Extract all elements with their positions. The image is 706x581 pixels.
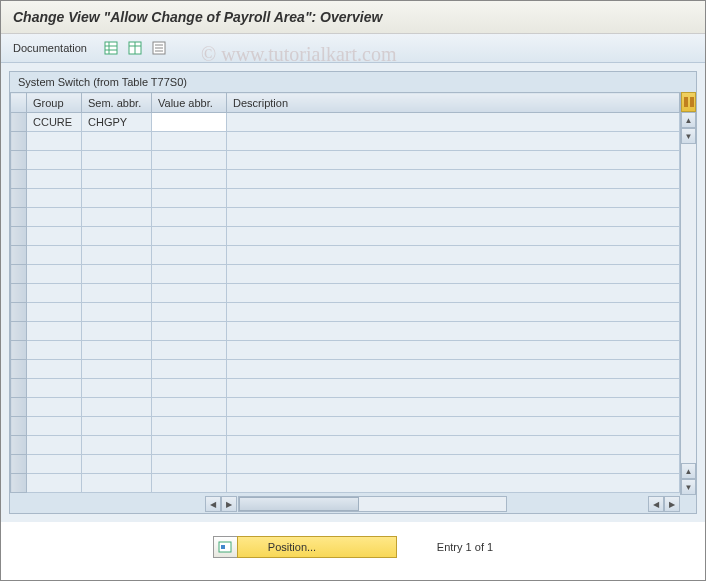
cell-description[interactable] <box>227 398 680 417</box>
row-selector[interactable] <box>11 474 27 493</box>
cell-group[interactable] <box>27 398 82 417</box>
cell-sem-abbr[interactable] <box>82 360 152 379</box>
row-selector[interactable] <box>11 303 27 322</box>
cell-group[interactable]: CCURE <box>27 113 82 132</box>
row-selector[interactable] <box>11 208 27 227</box>
cell-sem-abbr[interactable] <box>82 455 152 474</box>
cell-description[interactable] <box>227 208 680 227</box>
row-selector[interactable] <box>11 189 27 208</box>
scroll-left-end-button[interactable]: ◀ <box>648 496 664 512</box>
cell-description[interactable] <box>227 227 680 246</box>
cell-value-abbr[interactable] <box>152 436 227 455</box>
cell-value-abbr[interactable] <box>152 379 227 398</box>
cell-sem-abbr[interactable] <box>82 227 152 246</box>
cell-group[interactable] <box>27 474 82 493</box>
row-selector[interactable] <box>11 227 27 246</box>
cell-sem-abbr[interactable] <box>82 474 152 493</box>
cell-value-abbr[interactable] <box>152 474 227 493</box>
cell-sem-abbr[interactable] <box>82 436 152 455</box>
cell-description[interactable] <box>227 113 680 132</box>
cell-group[interactable] <box>27 455 82 474</box>
cell-description[interactable] <box>227 151 680 170</box>
row-selector[interactable] <box>11 265 27 284</box>
cell-value-abbr[interactable] <box>152 284 227 303</box>
column-header-sem-abbr[interactable]: Sem. abbr. <box>82 93 152 113</box>
cell-value-abbr[interactable] <box>152 246 227 265</box>
cell-group[interactable] <box>27 208 82 227</box>
cell-description[interactable] <box>227 417 680 436</box>
cell-sem-abbr[interactable] <box>82 246 152 265</box>
cell-value-abbr[interactable] <box>152 189 227 208</box>
cell-sem-abbr[interactable] <box>82 322 152 341</box>
cell-value-abbr[interactable] <box>152 132 227 151</box>
cell-value-abbr[interactable] <box>152 455 227 474</box>
row-selector[interactable] <box>11 151 27 170</box>
row-selector[interactable] <box>11 436 27 455</box>
cell-sem-abbr[interactable] <box>82 151 152 170</box>
cell-description[interactable] <box>227 170 680 189</box>
cell-description[interactable] <box>227 246 680 265</box>
cell-description[interactable] <box>227 132 680 151</box>
cell-value-abbr[interactable] <box>152 113 227 132</box>
scroll-right-step-button[interactable]: ▶ <box>221 496 237 512</box>
cell-group[interactable] <box>27 151 82 170</box>
cell-group[interactable] <box>27 132 82 151</box>
table-view-icon[interactable] <box>103 40 119 56</box>
cell-description[interactable] <box>227 303 680 322</box>
cell-group[interactable] <box>27 417 82 436</box>
row-selector[interactable] <box>11 455 27 474</box>
list-icon[interactable] <box>151 40 167 56</box>
scroll-right-end-button[interactable]: ▶ <box>664 496 680 512</box>
hscroll-track[interactable] <box>238 496 507 512</box>
cell-group[interactable] <box>27 360 82 379</box>
column-header-group[interactable]: Group <box>27 93 82 113</box>
cell-description[interactable] <box>227 360 680 379</box>
cell-sem-abbr[interactable] <box>82 208 152 227</box>
cell-value-abbr[interactable] <box>152 208 227 227</box>
table-settings-icon[interactable] <box>127 40 143 56</box>
cell-group[interactable] <box>27 303 82 322</box>
cell-group[interactable] <box>27 227 82 246</box>
row-selector[interactable] <box>11 398 27 417</box>
cell-value-abbr[interactable] <box>152 227 227 246</box>
cell-sem-abbr[interactable] <box>82 284 152 303</box>
column-header-value-abbr[interactable]: Value abbr. <box>152 93 227 113</box>
row-selector[interactable] <box>11 417 27 436</box>
cell-group[interactable] <box>27 379 82 398</box>
cell-group[interactable] <box>27 265 82 284</box>
row-selector[interactable] <box>11 284 27 303</box>
configure-columns-icon[interactable] <box>681 92 696 112</box>
cell-value-abbr[interactable] <box>152 265 227 284</box>
cell-sem-abbr[interactable]: CHGPY <box>82 113 152 132</box>
cell-description[interactable] <box>227 436 680 455</box>
cell-description[interactable] <box>227 474 680 493</box>
cell-sem-abbr[interactable] <box>82 379 152 398</box>
scroll-left-start-button[interactable]: ◀ <box>205 496 221 512</box>
cell-value-abbr[interactable] <box>152 322 227 341</box>
scroll-up-end-button[interactable]: ▲ <box>681 463 696 479</box>
position-button[interactable]: Position... <box>237 536 397 558</box>
cell-sem-abbr[interactable] <box>82 341 152 360</box>
cell-sem-abbr[interactable] <box>82 303 152 322</box>
cell-sem-abbr[interactable] <box>82 170 152 189</box>
cell-group[interactable] <box>27 246 82 265</box>
row-selector[interactable] <box>11 341 27 360</box>
scroll-up-button[interactable]: ▲ <box>681 112 696 128</box>
cell-value-abbr[interactable] <box>152 170 227 189</box>
cell-description[interactable] <box>227 455 680 474</box>
cell-sem-abbr[interactable] <box>82 417 152 436</box>
row-selector[interactable] <box>11 132 27 151</box>
vscroll-track[interactable] <box>681 144 696 463</box>
row-selector[interactable] <box>11 322 27 341</box>
row-selector-header[interactable] <box>11 93 27 113</box>
row-selector[interactable] <box>11 360 27 379</box>
cell-value-abbr[interactable] <box>152 398 227 417</box>
scroll-down-end-button[interactable]: ▼ <box>681 479 696 495</box>
position-icon[interactable] <box>213 536 237 558</box>
cell-description[interactable] <box>227 379 680 398</box>
hscroll-thumb[interactable] <box>239 497 359 511</box>
row-selector[interactable] <box>11 246 27 265</box>
cell-sem-abbr[interactable] <box>82 398 152 417</box>
cell-sem-abbr[interactable] <box>82 189 152 208</box>
column-header-description[interactable]: Description <box>227 93 680 113</box>
